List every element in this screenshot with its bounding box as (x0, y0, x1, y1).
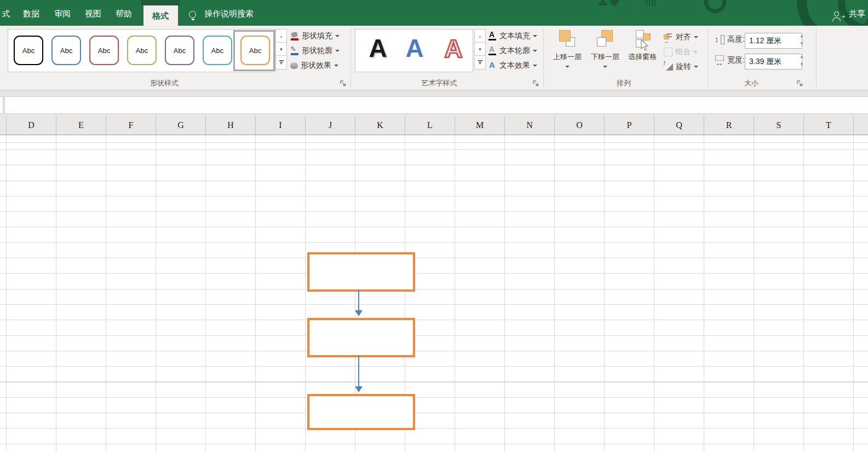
shape-style-item-2[interactable]: Abc (51, 36, 81, 65)
formula-bar-input[interactable] (4, 96, 868, 114)
lightbulb-icon (189, 11, 196, 18)
column-header-T[interactable]: T (804, 116, 854, 135)
shape-fill-button[interactable]: 形状填充 (290, 30, 340, 43)
group-separator (543, 29, 544, 88)
height-spin-down[interactable]: ▼ (800, 42, 804, 46)
shape-effects-icon (290, 62, 298, 69)
flowchart-rect-1[interactable] (307, 252, 415, 292)
shape-style-item-5[interactable]: Abc (165, 36, 194, 65)
column-header-E[interactable]: E (56, 116, 106, 135)
dropdown-arrow-icon (335, 50, 340, 52)
dropdown-arrow-icon (533, 65, 537, 67)
name-box-partial[interactable] (0, 96, 3, 114)
column-header-O[interactable]: O (555, 116, 605, 135)
column-header-H[interactable]: H (206, 116, 256, 135)
tab-review[interactable]: 审阅 (54, 9, 71, 19)
column-header-R[interactable]: R (704, 116, 754, 135)
shape-outline-button[interactable]: ✎ 形状轮廓 (290, 44, 340, 57)
width-input[interactable]: 3.39 厘米 (745, 54, 802, 69)
width-spin-up[interactable]: ▲ (800, 55, 804, 59)
flowchart-rect-2[interactable] (307, 318, 415, 357)
tell-me-search[interactable]: 操作说明搜索 (204, 9, 254, 19)
shape-style-item-3[interactable]: Abc (89, 36, 119, 65)
text-fill-button[interactable]: A 文本填充 (488, 30, 537, 43)
shape-style-item-6[interactable]: Abc (203, 36, 232, 65)
wordart-more-button[interactable]: ▼ (474, 55, 486, 69)
column-header-S[interactable]: S (754, 116, 804, 135)
text-effects-button[interactable]: A 文本效果 (488, 59, 537, 72)
dropdown-arrow-icon (603, 66, 607, 68)
wordart-scroll-down-button[interactable]: ▼ (474, 42, 486, 56)
size-dialog-launcher[interactable] (796, 79, 804, 87)
shape-style-item-7-selected[interactable]: Abc (240, 36, 270, 65)
column-header-P[interactable]: P (605, 116, 654, 135)
group-label-size: 大小 (744, 78, 758, 88)
shape-fill-icon (290, 32, 299, 40)
column-header-K[interactable]: K (355, 116, 405, 135)
height-icon: ↕ (715, 34, 725, 44)
group-icon (664, 48, 672, 56)
height-spin-up[interactable]: ▲ (800, 34, 804, 38)
connector-arrow-2-head (355, 386, 363, 392)
dropdown-arrow-icon (694, 36, 698, 38)
gallery-more-button[interactable]: ▼ (275, 55, 287, 69)
column-header-partial-right[interactable] (854, 116, 868, 135)
rotate-button[interactable]: ⤴ 旋转 (664, 61, 698, 73)
tab-formulas-partial[interactable]: 式 (2, 9, 10, 19)
ribbon-format: Abc Abc Abc Abc Abc Abc Abc ▲ ▼ ▼ 形状填充 ✎… (0, 26, 868, 90)
shape-effects-button[interactable]: 形状效果 (290, 59, 338, 72)
column-header-D[interactable]: D (7, 116, 56, 135)
width-spin-down[interactable]: ▼ (800, 62, 804, 67)
align-button[interactable]: ← 对齐 (664, 31, 698, 43)
connector-arrow-2-line[interactable] (358, 355, 359, 386)
decorative-bar (649, 0, 650, 6)
column-header-I[interactable]: I (256, 116, 306, 135)
height-input[interactable]: 1.12 厘米 (745, 33, 802, 49)
flowchart-rect-3[interactable] (307, 394, 415, 430)
gallery-scroll-down-button[interactable]: ▼ (275, 42, 287, 56)
wordart-item-3[interactable]: A (438, 32, 469, 65)
group-label-text: 组合 (675, 47, 691, 57)
column-header-G[interactable]: G (156, 116, 206, 135)
width-icon: ↔ (715, 55, 725, 65)
tab-view[interactable]: 视图 (85, 9, 101, 19)
shape-style-item-1[interactable]: Abc (14, 36, 43, 65)
selection-pane-label: 选择窗格 (628, 52, 657, 62)
dropdown-arrow-icon (565, 66, 570, 68)
sheet-grid[interactable] (0, 135, 868, 452)
tab-help[interactable]: 帮助 (116, 9, 132, 19)
wordart-scroll-up-button[interactable]: ▲ (474, 29, 486, 43)
lightbulb-icon-base (192, 19, 194, 20)
connector-arrow-1-line[interactable] (358, 289, 359, 310)
column-header-partial[interactable] (0, 116, 7, 135)
text-outline-label: 文本轮廓 (499, 46, 530, 56)
column-header-N[interactable]: N (505, 116, 555, 135)
wordart-item-1[interactable]: A (369, 33, 387, 63)
gallery-scroll-up-button[interactable]: ▲ (275, 29, 287, 43)
column-header-M[interactable]: M (455, 116, 505, 135)
column-header-J[interactable]: J (306, 116, 355, 135)
wordart-dialog-launcher[interactable] (532, 79, 540, 87)
gallery-more-icon-arrow: ▼ (279, 62, 284, 65)
column-header-F[interactable]: F (106, 116, 156, 135)
shape-styles-dialog-launcher[interactable] (340, 79, 347, 87)
share-button[interactable]: 共享 (849, 9, 865, 19)
bring-forward-label: 上移一层 (553, 52, 582, 62)
tab-data[interactable]: 数据 (23, 9, 39, 19)
column-header-L[interactable]: L (405, 116, 455, 135)
shape-style-item-4[interactable]: Abc (127, 36, 157, 65)
share-person-icon-body (832, 18, 841, 21)
wordart-item-2[interactable]: A (405, 33, 423, 63)
tab-format-label[interactable]: 格式 (152, 11, 169, 21)
text-outline-button[interactable]: A 文本轮廓 (488, 44, 537, 57)
bring-forward-icon (559, 30, 576, 48)
wordart-more-icon-arrow: ▼ (478, 62, 482, 65)
bring-forward-button[interactable]: 上移一层 (549, 30, 585, 87)
column-header-Q[interactable]: Q (654, 116, 704, 135)
text-effects-label: 文本效果 (499, 61, 530, 71)
shape-outline-icon: ✎ (290, 47, 299, 55)
scroll-down-icon: ▼ (279, 47, 284, 52)
share-plus-icon: + (842, 13, 845, 20)
send-backward-label: 下移一层 (591, 52, 619, 62)
shape-fill-label: 形状填充 (302, 31, 332, 41)
